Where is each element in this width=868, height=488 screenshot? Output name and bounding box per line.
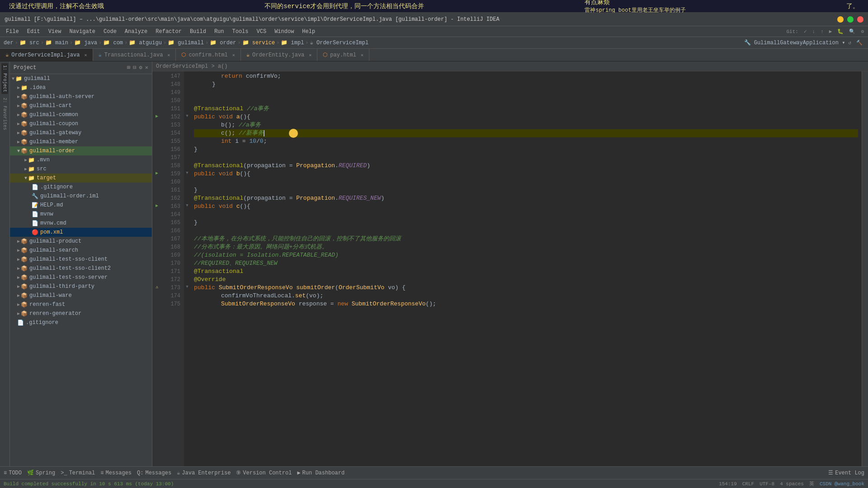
right-scroll-gutter[interactable] <box>862 71 868 466</box>
menu-file[interactable]: File <box>2 28 23 36</box>
menu-help[interactable]: Help <box>298 28 319 36</box>
bc-gulimall[interactable]: 📁 gulimall <box>168 39 204 46</box>
tree-mvnwcmd[interactable]: 📄 mvnw.cmd <box>10 219 152 228</box>
minimize-button[interactable] <box>837 16 844 23</box>
sidebar-collapse-icon[interactable]: ⊟ <box>133 64 136 71</box>
tree-mvnw[interactable]: 📄 mvnw <box>10 210 152 219</box>
tree-gateway[interactable]: ▶ 📦 gulimall-gateway <box>10 128 152 137</box>
gutter-173[interactable]: ⚠ <box>152 283 161 291</box>
vtab-favorites[interactable]: 2: Favorites <box>1 96 8 132</box>
tool-terminal[interactable]: >_ Terminal <box>61 470 95 476</box>
bc-main[interactable]: 📁 main <box>45 39 68 46</box>
tree-renren-gen[interactable]: ▶ 📦 renren-generator <box>10 309 152 318</box>
tree-cart[interactable]: ▶ 📦 gulimall-cart <box>10 101 152 110</box>
reload-btn[interactable]: ↺ <box>846 39 853 46</box>
tab-close-pay[interactable]: ✕ <box>361 52 363 58</box>
sidebar-settings-icon[interactable]: ⚙ <box>139 64 142 71</box>
tree-product[interactable]: ▶ 📦 gulimall-product <box>10 237 152 246</box>
tree-gitignore2[interactable]: 📄 .gitignore <box>10 318 152 327</box>
tree-search[interactable]: ▶ 📦 gulimall-search <box>10 246 152 255</box>
menu-view[interactable]: View <box>45 28 65 36</box>
git-btn2[interactable]: ↓ <box>811 28 817 35</box>
tree-sso-server[interactable]: ▶ 📦 gulimall-test-sso-server <box>10 273 152 282</box>
bc-service[interactable]: 📁 service <box>242 39 275 46</box>
tree-common[interactable]: ▶ 📦 gulimall-common <box>10 110 152 119</box>
tree-auth[interactable]: ▶ 📦 gulimall-auth-server <box>10 92 152 101</box>
code-content[interactable]: return confirmVo; } @Transactional //a事务 <box>190 71 862 466</box>
tab-close-transactional[interactable]: ✕ <box>167 52 170 58</box>
bc-atguigu[interactable]: 📁 atguigu <box>129 39 162 46</box>
tree-gitignore1[interactable]: 📄 .gitignore <box>10 183 152 192</box>
tab-close-orderentity[interactable]: ✕ <box>309 52 311 58</box>
gutter-159[interactable]: ▶ <box>152 169 161 177</box>
tree-third[interactable]: ▶ 📦 gulimall-third-party <box>10 282 152 291</box>
tree-help[interactable]: 📝 HELP.md <box>10 201 152 210</box>
menu-run[interactable]: Run <box>211 28 228 36</box>
fold-173[interactable]: ▼ <box>184 283 190 291</box>
tree-sso-client[interactable]: ▶ 📦 gulimall-test-sso-client <box>10 255 152 264</box>
maximize-button[interactable] <box>847 16 854 23</box>
git-btn3[interactable]: ↑ <box>819 28 826 35</box>
tool-version-control[interactable]: ⑨ Version Control <box>236 469 292 476</box>
gutter-163[interactable]: ▶ <box>152 202 161 210</box>
menu-analyze[interactable]: Analyze <box>121 28 151 36</box>
bc-class[interactable]: ☕ OrderServiceImpl <box>310 39 369 46</box>
git-btn1[interactable]: ✓ <box>802 28 809 35</box>
tool-messages[interactable]: ≡ Messages <box>100 470 132 476</box>
tree-order[interactable]: ▼ 📦 gulimall-order <box>10 146 152 155</box>
run-btn[interactable]: ▶ <box>827 28 834 35</box>
search-btn[interactable]: 🔍 <box>847 28 857 35</box>
menu-vcs[interactable]: VCS <box>253 28 270 36</box>
tree-iml[interactable]: 🔧 gulimall-order.iml <box>10 192 152 201</box>
tab-confirm[interactable]: ⬡ confirm.html ✕ <box>176 49 241 61</box>
tool-event-log[interactable]: ☰ Event Log <box>828 469 864 476</box>
status-indent[interactable]: 4 spaces <box>780 481 804 487</box>
tree-gulimall[interactable]: ▼ 📁 gulimall <box>10 74 152 83</box>
bc-java[interactable]: 📁 java <box>74 39 97 46</box>
tool-run-dashboard[interactable]: ▶ Run Dashboard <box>297 469 344 476</box>
close-button[interactable] <box>857 16 863 23</box>
gutter-152[interactable]: ▶ <box>152 112 161 120</box>
tool-spring[interactable]: 🌿 Spring <box>27 469 55 476</box>
tree-member[interactable]: ▶ 📦 gulimall-member <box>10 137 152 146</box>
tab-close-orderserviceimpl[interactable]: ✕ <box>84 52 87 58</box>
menu-tools[interactable]: Tools <box>229 28 252 36</box>
tree-mvn[interactable]: ▶ 📁 .mvn <box>10 155 152 164</box>
menu-code[interactable]: Code <box>100 28 120 36</box>
tree-target[interactable]: ▼ 📁 target <box>10 174 152 183</box>
tree-src[interactable]: ▶ 📁 src <box>10 164 152 174</box>
fold-159[interactable]: ▼ <box>184 169 190 177</box>
sidebar-close-icon[interactable]: ✕ <box>145 64 148 71</box>
status-crlf[interactable]: CRLF <box>742 481 754 487</box>
build-btn[interactable]: 🔨 <box>854 39 864 46</box>
menu-edit[interactable]: Edit <box>24 28 44 36</box>
status-position[interactable]: 154:19 <box>719 481 737 487</box>
status-lang[interactable]: 英 <box>809 480 814 487</box>
settings-btn[interactable]: ⚙ <box>859 28 866 35</box>
tree-coupon[interactable]: ▶ 📦 gulimall-coupon <box>10 119 152 128</box>
tab-orderserviceimpl[interactable]: ☕ OrderServiceImpl.java ✕ <box>0 49 93 61</box>
status-charset[interactable]: UTF-8 <box>760 481 774 487</box>
sidebar-expand-icon[interactable]: ⊞ <box>127 64 130 71</box>
tree-idea[interactable]: ▶ 📁 .idea <box>10 83 152 92</box>
debug-btn[interactable]: 🐛 <box>835 28 845 35</box>
tab-orderentity[interactable]: ☕ OrderEntity.java ✕ <box>241 49 317 61</box>
menu-navigate[interactable]: Navigate <box>66 28 99 36</box>
bc-impl[interactable]: 📁 impl <box>281 39 304 46</box>
tree-renren-fast[interactable]: ▶ 📦 renren-fast <box>10 300 152 309</box>
tab-close-confirm[interactable]: ✕ <box>232 52 235 58</box>
menu-build[interactable]: Build <box>186 28 210 36</box>
tree-pomxml[interactable]: 🔴 pom.xml <box>10 228 152 237</box>
fold-152[interactable]: ▼ <box>184 112 190 120</box>
bc-der[interactable]: der <box>4 40 14 46</box>
fold-163[interactable]: ▼ <box>184 202 190 210</box>
tree-sso-client2[interactable]: ▶ 📦 gulimall-test-sso-client2 <box>10 264 152 273</box>
menu-refactor[interactable]: Refactor <box>152 28 185 36</box>
bc-com[interactable]: 📁 com <box>103 39 123 46</box>
tab-transactional[interactable]: ☕ Transactional.java ✕ <box>93 49 176 61</box>
tree-ware[interactable]: ▶ 📦 gulimall-ware <box>10 291 152 300</box>
tool-java-enterprise[interactable]: ☕ Java Enterprise <box>177 469 231 476</box>
tool-todo[interactable]: ≡ TODO <box>4 470 22 476</box>
menu-window[interactable]: Window <box>271 28 297 36</box>
tab-pay[interactable]: ⬡ pay.html ✕ <box>317 49 369 61</box>
